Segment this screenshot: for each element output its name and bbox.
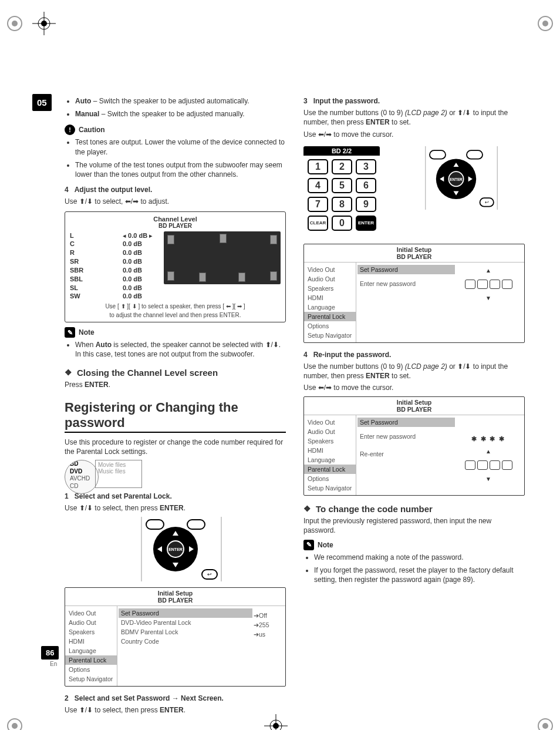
step-4-instruction: Use ⬆/⬇ to select, ⬅/➡ to adjust. <box>65 197 286 206</box>
note-list: When Auto is selected, the speaker canno… <box>65 340 286 359</box>
keypad-key: 2 <box>332 159 352 174</box>
remote-dpad-graphic: ENTER ↩ <box>65 517 286 581</box>
channel-row: SBL0.0 dB <box>70 275 158 284</box>
keypad-key: 7 <box>308 197 328 212</box>
keypad-key: 0 <box>332 216 352 231</box>
closing-instruction: Press ENTER. <box>65 380 286 389</box>
registration-mark <box>32 12 56 35</box>
sidebar-item: Speakers <box>65 627 117 637</box>
initial-setup-panel-3: Initial Setup BD PLAYER Video Out Audio … <box>303 396 525 496</box>
change-code-para: Input the previously registered password… <box>303 516 525 535</box>
channel-row: L0.0 dB <box>70 231 158 240</box>
arrow-down-icon: ▼ <box>485 476 491 482</box>
svg-point-7 <box>542 21 548 26</box>
list-item: Test tones are output. Lower the volume … <box>75 137 286 156</box>
keypad-clear: CLEAR <box>308 216 328 231</box>
svg-point-15 <box>273 723 279 729</box>
speaker-room-diagram <box>164 231 281 284</box>
closing-heading: Closing the Channel Level screen <box>65 368 286 378</box>
up-down-icon: ⬆/⬇ <box>79 197 93 206</box>
channel-level-panel: Channel Level BD PLAYER L0.0 dB C0.0 dB … <box>65 211 286 323</box>
step-4: 4 Adjust the output level. <box>65 185 286 194</box>
keypad-key: 9 <box>356 197 376 212</box>
registration-mark <box>534 714 557 730</box>
registration-mark <box>534 12 557 35</box>
keypad-key: 3 <box>356 159 376 174</box>
note-list: We recommend making a note of the passwo… <box>303 553 525 585</box>
registration-mark <box>3 714 26 730</box>
svg-rect-16 <box>146 520 164 529</box>
note-icon: ✎ <box>65 327 75 338</box>
step-4r-cursor: Use ⬅/➡ to move the cursor. <box>303 383 525 392</box>
step-3: 3 Input the password. <box>303 96 525 106</box>
registration-mark <box>264 714 288 730</box>
sidebar-item: Options <box>65 665 117 674</box>
registration-mark <box>3 12 26 35</box>
step-1-instruction: Use ⬆/⬇ to select, then press ENTER. <box>65 503 286 513</box>
keypad-key: 1 <box>308 159 328 174</box>
list-item: If you forget the password, reset the pl… <box>314 566 525 584</box>
language-code: En <box>50 661 57 667</box>
note-callout: ✎ Note <box>65 327 286 338</box>
keypad-graphic: BD 2/2 1 2 3 4 5 6 7 8 9 CLEAR 0 ENTER <box>303 146 380 234</box>
svg-point-9 <box>12 723 18 729</box>
svg-rect-17 <box>187 520 205 529</box>
arrow-up-icon: ▲ <box>485 267 491 274</box>
initial-setup-panel-1: Initial Setup BD PLAYER Video Out Audio … <box>65 587 286 687</box>
note-icon: ✎ <box>303 540 314 550</box>
setup-values: ➔Off ➔255 ➔us <box>254 608 282 684</box>
arrow-down-icon: ▼ <box>485 295 491 301</box>
step-2: 2 Select and set Set Password → Next Scr… <box>65 694 286 703</box>
svg-point-1 <box>12 21 18 26</box>
keypad-key: 8 <box>332 197 352 212</box>
keypad-key: 6 <box>356 178 376 193</box>
sidebar-item: Setup Navigator <box>65 674 117 684</box>
svg-rect-29 <box>430 150 446 159</box>
sidebar-item: Language <box>65 646 117 655</box>
password-intro: Use this procedure to register or change… <box>65 438 286 456</box>
setup-options: Set Password DVD-Video Parental Lock BDM… <box>121 608 250 684</box>
change-code-heading: To change the code number <box>303 504 525 514</box>
speaker-mode-list: Auto – Switch the speaker to be adjusted… <box>65 96 286 119</box>
channel-row: R0.0 dB <box>70 248 158 257</box>
page-number: 86 <box>41 646 59 660</box>
step-1: 1 Select and set Parental Lock. <box>65 492 286 501</box>
step-4r: 4 Re-input the password. <box>303 350 525 359</box>
step-3-cursor: Use ⬅/➡ to move the cursor. <box>303 130 525 139</box>
right-column: 3 Input the password. Use the number but… <box>303 94 525 717</box>
sidebar-item-selected: Parental Lock <box>65 655 117 665</box>
disc-compatibility-graphic: BD DVD AVCHD CD Movie files Music files <box>65 460 286 488</box>
left-right-icon: ⬅/➡ <box>125 197 139 206</box>
svg-point-11 <box>542 723 548 729</box>
caution-list: Test tones are output. Lower the volume … <box>65 137 286 179</box>
sidebar-item: Video Out <box>65 608 117 618</box>
caution-icon: ! <box>65 125 75 135</box>
list-item: We recommend making a note of the passwo… <box>314 553 525 562</box>
sidebar-item: HDMI <box>65 637 117 646</box>
password-input-boxes <box>465 460 512 470</box>
keypad-enter: ENTER <box>356 216 376 231</box>
sidebar-item: Audio Out <box>65 618 117 627</box>
list-item: The volume of the test tones output from… <box>75 160 286 179</box>
panel-footer: Use [ ⬆ ][ ⬇ ] to select a speaker, then… <box>70 303 281 310</box>
channel-row: SL0.0 dB <box>70 284 158 292</box>
svg-text:↩: ↩ <box>207 571 212 577</box>
list-item: Manual – Switch the speaker to be adjust… <box>75 109 286 119</box>
list-item: Auto – Switch the speaker to be adjusted… <box>75 96 286 106</box>
note-callout: ✎ Note <box>303 540 525 550</box>
channel-row: C0.0 dB <box>70 240 158 248</box>
step-3-instruction: Use the number buttons (0 to 9) (LCD pag… <box>303 108 525 127</box>
keypad-key: 4 <box>308 178 328 193</box>
setup-sidebar: Video Out Audio Out Speakers HDMI Langua… <box>304 415 356 495</box>
svg-text:ENTER: ENTER <box>450 177 463 181</box>
svg-text:ENTER: ENTER <box>168 547 183 551</box>
setup-sidebar: Video Out Audio Out Speakers HDMI Langua… <box>304 263 356 342</box>
password-input-boxes <box>465 280 512 289</box>
arrow-up-icon: ▲ <box>485 448 491 455</box>
channel-row: SW0.0 dB <box>70 292 158 301</box>
channel-list: L0.0 dB C0.0 dB R0.0 dB SR0.0 dB SBR0.0 … <box>70 231 158 301</box>
password-masked: ✱ ✱ ✱ ✱ <box>471 435 506 442</box>
initial-setup-panel-2: Initial Setup BD PLAYER Video Out Audio … <box>303 244 525 343</box>
keypad-key: 5 <box>332 178 352 193</box>
setup-sidebar: Video Out Audio Out Speakers HDMI Langua… <box>65 606 117 686</box>
